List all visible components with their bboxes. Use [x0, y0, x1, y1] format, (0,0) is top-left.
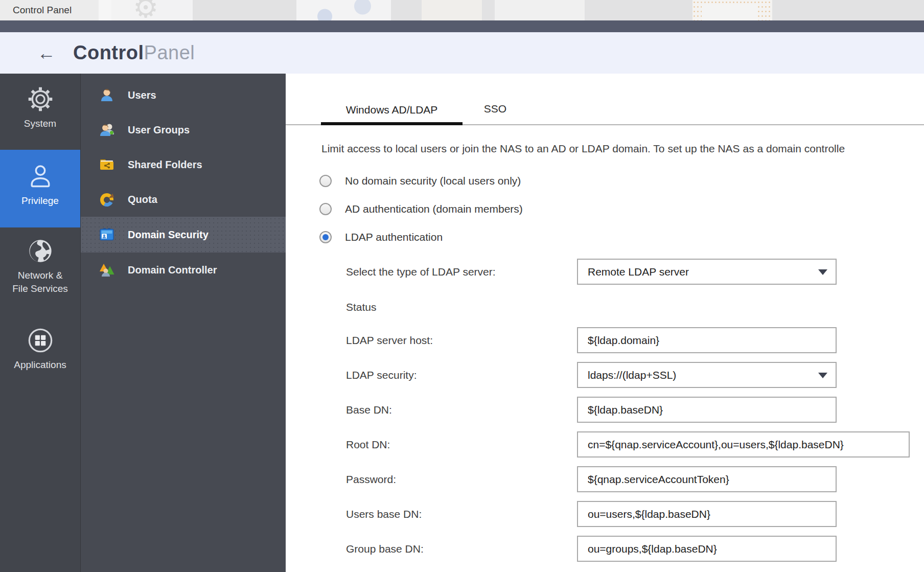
globe-icon	[27, 238, 54, 264]
dropdown-value: ldaps://(ldap+SSL)	[588, 369, 676, 381]
ldap-settings-form: Select the type of LDAP server: Remote L…	[346, 259, 924, 562]
password-input[interactable]	[577, 466, 837, 492]
page-title: ControlPanel	[73, 42, 195, 64]
sidebar-item-label: Users	[128, 89, 156, 101]
sidebar-item-label: User Groups	[128, 124, 190, 136]
shared-folder-icon	[99, 157, 114, 172]
page-title-secondary: Panel	[144, 42, 195, 63]
primary-sidebar: System Privilege	[0, 74, 81, 572]
main-content: Windows AD/LDAP SSO Limit access to loca…	[286, 74, 924, 572]
sidebar-item-quota[interactable]: Quota	[81, 182, 286, 217]
form-row-root-dn: Root DN:	[346, 431, 924, 457]
back-arrow-button[interactable]: ←	[37, 44, 56, 62]
form-row-users-base-dn: Users base DN:	[346, 501, 924, 527]
chevron-down-icon	[818, 373, 827, 378]
form-row-group-base-dn: Group base DN:	[346, 536, 924, 562]
sidebar-item-label: Network & File Services	[10, 269, 71, 295]
ldap-security-dropdown[interactable]: ldaps://(ldap+SSL)	[577, 362, 837, 388]
sidebar-item-network-file-services[interactable]: Network & File Services	[0, 238, 80, 295]
gear-icon	[27, 86, 54, 112]
field-label: Password:	[346, 473, 577, 486]
field-label: Root DN:	[346, 439, 577, 451]
sidebar-item-label: Applications	[14, 358, 66, 372]
field-label: Users base DN:	[346, 508, 577, 520]
domain-controller-icon	[99, 262, 114, 278]
radio-label: No domain security (local users only)	[345, 175, 521, 187]
sidebar-item-label: Privilege	[21, 194, 59, 208]
sidebar-item-domain-controller[interactable]: Domain Controller	[81, 253, 286, 287]
radio-icon[interactable]	[319, 175, 332, 187]
form-row-password: Password:	[346, 466, 924, 492]
ldap-server-host-input[interactable]	[577, 327, 837, 353]
quota-donut-icon	[99, 192, 114, 207]
radio-label: LDAP authentication	[345, 231, 443, 243]
window-title-bar	[0, 20, 924, 32]
user-avatar-icon	[99, 87, 114, 103]
users-base-dn-input[interactable]	[577, 501, 837, 527]
sidebar-item-label: System	[24, 117, 56, 130]
domain-security-options: No domain security (local users only) AD…	[319, 174, 924, 243]
status-label: Status	[346, 301, 924, 313]
field-label: Group base DN:	[346, 543, 577, 555]
tab-sso[interactable]: SSO	[474, 103, 517, 124]
radio-label: AD authentication (domain members)	[345, 203, 523, 215]
radio-no-domain-security[interactable]: No domain security (local users only)	[319, 174, 924, 187]
user-group-icon	[99, 122, 114, 138]
background-app-ghost-gear: ⚙	[99, 0, 193, 20]
sidebar-item-user-groups[interactable]: User Groups	[81, 112, 286, 147]
taskbar-app-tab[interactable]: Control Panel	[0, 0, 111, 20]
domain-security-description: Limit access to local users or join the …	[321, 143, 924, 155]
form-row-ldap-server-host: LDAP server host:	[346, 327, 924, 353]
sidebar-item-privilege[interactable]: Privilege	[0, 150, 80, 228]
background-app-ghost-window	[692, 0, 772, 20]
ldap-server-type-dropdown[interactable]: Remote LDAP server	[577, 259, 837, 285]
tab-windows-ad-ldap[interactable]: Windows AD/LDAP	[321, 104, 463, 125]
taskbar-strip: Control Panel ⚙	[0, 0, 924, 20]
dropdown-value: Remote LDAP server	[588, 266, 689, 278]
tab-bar: Windows AD/LDAP SSO	[286, 74, 924, 125]
radio-ad-authentication[interactable]: AD authentication (domain members)	[319, 202, 924, 215]
radio-icon-selected[interactable]	[319, 231, 332, 243]
sidebar-item-label: Quota	[128, 194, 157, 205]
sidebar-item-label: Domain Controller	[128, 264, 217, 276]
radio-icon[interactable]	[319, 203, 332, 215]
sidebar-item-shared-folders[interactable]: Shared Folders	[81, 147, 286, 182]
radio-ldap-authentication[interactable]: LDAP authentication	[319, 231, 924, 243]
form-row-ldap-server-type: Select the type of LDAP server: Remote L…	[346, 259, 924, 285]
background-app-ghost	[422, 0, 482, 20]
sidebar-item-label: Domain Security	[128, 229, 209, 241]
background-app-ghost-chart	[296, 0, 391, 20]
chevron-down-icon	[818, 269, 827, 275]
field-label: Select the type of LDAP server:	[346, 266, 577, 278]
sidebar-item-applications[interactable]: Applications	[0, 327, 80, 372]
apps-grid-icon	[27, 327, 54, 354]
group-base-dn-input[interactable]	[577, 536, 837, 562]
taskbar-app-title: Control Panel	[13, 5, 72, 16]
base-dn-input[interactable]	[577, 397, 837, 423]
form-row-base-dn: Base DN:	[346, 397, 924, 423]
root-dn-input[interactable]	[577, 431, 910, 457]
badge-icon	[99, 227, 114, 242]
field-label: Base DN:	[346, 404, 577, 416]
page-header: ← ControlPanel	[0, 32, 924, 74]
sidebar-item-label: Shared Folders	[128, 159, 202, 171]
user-icon	[27, 163, 54, 190]
field-label: LDAP server host:	[346, 334, 577, 347]
background-app-ghost	[495, 0, 585, 20]
page-title-primary: Control	[73, 42, 144, 63]
secondary-sidebar: Users User Groups	[81, 74, 286, 572]
sidebar-item-domain-security[interactable]: Domain Security	[81, 217, 286, 253]
form-row-ldap-security: LDAP security: ldaps://(ldap+SSL)	[346, 362, 924, 388]
sidebar-item-system[interactable]: System	[0, 86, 80, 130]
sidebar-item-users[interactable]: Users	[81, 78, 286, 112]
control-panel-window: Control Panel ⚙ ← ControlPanel	[0, 0, 924, 572]
field-label: LDAP security:	[346, 369, 577, 381]
